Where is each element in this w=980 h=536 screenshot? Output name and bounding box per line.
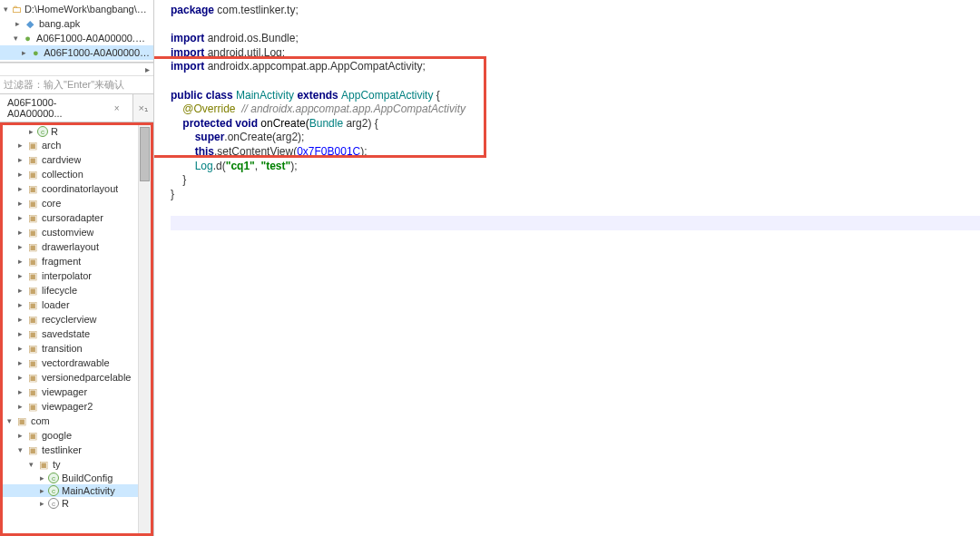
tree-item-loader[interactable]: ▸▣loader bbox=[3, 297, 151, 312]
expander-icon[interactable]: ▾ bbox=[26, 460, 35, 469]
tree-item-core[interactable]: ▸▣core bbox=[3, 196, 151, 210]
tree-item-bang-apk[interactable]: ▸◆bang.apk bbox=[0, 16, 153, 31]
package-icon: ▣ bbox=[26, 400, 39, 413]
expander-icon[interactable]: ▸ bbox=[15, 184, 24, 193]
expander-icon[interactable]: ▸ bbox=[26, 127, 35, 136]
expander-icon[interactable]: ▸ bbox=[21, 48, 29, 57]
expander-icon[interactable]: ▸ bbox=[15, 170, 24, 179]
expander-icon[interactable]: ▾ bbox=[2, 5, 9, 14]
expander-icon[interactable]: ▸ bbox=[15, 431, 24, 440]
class-icon: c bbox=[48, 498, 59, 509]
tree-item-testlinker[interactable]: ▾▣testlinker bbox=[3, 443, 151, 457]
package-tree[interactable]: ▸cR▸▣arch▸▣cardview▸▣collection▸▣coordin… bbox=[3, 125, 151, 533]
tree-item-lifecycle[interactable]: ▸▣lifecycle bbox=[3, 283, 151, 297]
tree-item-fragment[interactable]: ▸▣fragment bbox=[3, 254, 151, 268]
filter-input[interactable]: 过滤器：输入"Enter"来确认 bbox=[0, 76, 153, 94]
code-editor[interactable]: package com.testlinker.ty; import androi… bbox=[154, 0, 980, 536]
tree-item-coordinatorlayout[interactable]: ▸▣coordinatorlayout bbox=[3, 181, 151, 196]
expander-icon[interactable]: ▸ bbox=[15, 228, 24, 237]
tree-item-recyclerview[interactable]: ▸▣recyclerview bbox=[3, 312, 151, 326]
tree-item-interpolator[interactable]: ▸▣interpolator bbox=[3, 268, 151, 283]
code-line: import android.os.Bundle; bbox=[171, 32, 980, 46]
package-icon: ▣ bbox=[26, 269, 39, 282]
expander-icon[interactable]: ▸ bbox=[37, 499, 46, 508]
tab-dump[interactable]: A06F1000-A0A00000... × bbox=[0, 94, 133, 122]
expander-icon[interactable]: ▸ bbox=[15, 387, 24, 396]
expander-icon[interactable]: ▸ bbox=[15, 155, 24, 164]
tree-item-transition[interactable]: ▸▣transition bbox=[3, 341, 151, 356]
tree-item-versionedparcelable[interactable]: ▸▣versionedparcelable bbox=[3, 370, 151, 385]
close-icon[interactable]: × bbox=[114, 103, 125, 113]
package-icon: ▣ bbox=[26, 168, 39, 180]
package-icon: ▣ bbox=[26, 197, 39, 210]
tree-item-cardview[interactable]: ▸▣cardview bbox=[3, 152, 151, 167]
code-line bbox=[171, 201, 980, 216]
tree-item-cursoradapter[interactable]: ▸▣cursoradapter bbox=[3, 210, 151, 225]
dump-icon: ● bbox=[22, 32, 34, 44]
tree-label: transition bbox=[42, 343, 83, 354]
chevron-right-icon[interactable]: ▸ bbox=[145, 64, 150, 74]
tree-item-viewpager2[interactable]: ▸▣viewpager2 bbox=[3, 399, 151, 414]
tree-item-collection[interactable]: ▸▣collection bbox=[3, 167, 151, 181]
tree-item-buildconfig[interactable]: ▸cBuildConfig bbox=[3, 472, 151, 484]
tree-label: R bbox=[51, 126, 58, 137]
expander-icon[interactable]: ▸ bbox=[15, 344, 24, 353]
tree-item-a06f1000-a0a00000-dump[interactable]: ▾●A06F1000-A0A00000.Dump bbox=[0, 31, 153, 45]
tree-label: customview bbox=[42, 227, 93, 238]
expander-icon[interactable]: ▸ bbox=[15, 315, 24, 324]
tree-item-viewpager[interactable]: ▸▣viewpager bbox=[3, 385, 151, 399]
expander-icon[interactable]: ▾ bbox=[5, 416, 14, 425]
vertical-scrollbar[interactable]: ▴ bbox=[138, 125, 151, 533]
expander-icon[interactable]: ▸ bbox=[13, 19, 22, 28]
code-line: protected void onCreate(Bundle arg2) { bbox=[171, 117, 980, 132]
tree-item-ty[interactable]: ▾▣ty bbox=[3, 457, 151, 472]
expander-icon[interactable]: ▾ bbox=[12, 34, 20, 43]
tree-label: cursoradapter bbox=[42, 212, 103, 223]
package-icon: ▣ bbox=[26, 327, 39, 340]
caret-line bbox=[171, 216, 980, 230]
expander-icon[interactable]: ▸ bbox=[15, 402, 24, 411]
expander-icon[interactable]: ▸ bbox=[15, 329, 24, 338]
tree-item-arch[interactable]: ▸▣arch bbox=[3, 138, 151, 152]
class-icon: c bbox=[48, 485, 59, 496]
package-icon: ▣ bbox=[26, 182, 39, 195]
expander-icon[interactable]: ▸ bbox=[15, 199, 24, 208]
expander-icon[interactable]: ▸ bbox=[15, 373, 24, 382]
tree-item-google[interactable]: ▸▣google bbox=[3, 428, 151, 443]
expander-icon[interactable]: ▸ bbox=[15, 213, 24, 222]
expander-icon[interactable]: ▸ bbox=[15, 257, 24, 266]
tree-label: savedstate bbox=[42, 328, 90, 339]
tree-item-savedstate[interactable]: ▸▣savedstate bbox=[3, 326, 151, 341]
expander-icon[interactable]: ▾ bbox=[15, 445, 24, 454]
code-line: super.onCreate(arg2); bbox=[171, 131, 980, 145]
scrollbar-thumb[interactable] bbox=[140, 127, 150, 181]
tree-item-com[interactable]: ▾▣com bbox=[3, 414, 151, 428]
expander-icon[interactable]: ▸ bbox=[15, 300, 24, 309]
tree-item-customview[interactable]: ▸▣customview bbox=[3, 225, 151, 239]
expander-icon[interactable]: ▸ bbox=[37, 486, 46, 495]
tab-bar: A06F1000-A0A00000... × ×₁ bbox=[0, 94, 153, 122]
horizontal-scroll-hint[interactable]: ▸ bbox=[0, 63, 153, 76]
expander-icon[interactable]: ▸ bbox=[15, 271, 24, 280]
tree-item-d-homework-bangbang-bang-apk[interactable]: ▾🗀D:\HomeWork\bangbang\bang.apk bbox=[0, 2, 153, 16]
tree-item-vectordrawable[interactable]: ▸▣vectordrawable bbox=[3, 356, 151, 370]
tree-item-a06f1000-a0a00000-dump[interactable]: ▸●A06F1000-A0A00000.Dump bbox=[0, 45, 153, 60]
tree-label: fragment bbox=[42, 256, 81, 267]
tree-label: testlinker bbox=[42, 444, 82, 455]
expander-icon[interactable]: ▸ bbox=[15, 141, 24, 150]
expander-icon[interactable]: ▸ bbox=[37, 473, 46, 482]
tree-item-drawerlayout[interactable]: ▸▣drawerlayout bbox=[3, 239, 151, 254]
expander-icon[interactable]: ▸ bbox=[15, 286, 24, 295]
expander-icon[interactable]: ▸ bbox=[15, 358, 24, 367]
package-icon: ▣ bbox=[26, 356, 39, 369]
project-tree[interactable]: ▾🗀D:\HomeWork\bangbang\bang.apk▸◆bang.ap… bbox=[0, 0, 153, 63]
package-icon: ▣ bbox=[26, 371, 39, 384]
tree-item-r[interactable]: ▸cR bbox=[3, 497, 151, 510]
package-icon: ▣ bbox=[26, 240, 39, 253]
tree-item-mainactivity[interactable]: ▸cMainActivity bbox=[3, 484, 151, 497]
expander-icon[interactable]: ▸ bbox=[15, 242, 24, 251]
tree-item-r[interactable]: ▸cR bbox=[3, 125, 151, 138]
tree-label: viewpager2 bbox=[42, 401, 93, 412]
code-line bbox=[171, 18, 980, 33]
tab-extra[interactable]: ×₁ bbox=[133, 102, 153, 114]
